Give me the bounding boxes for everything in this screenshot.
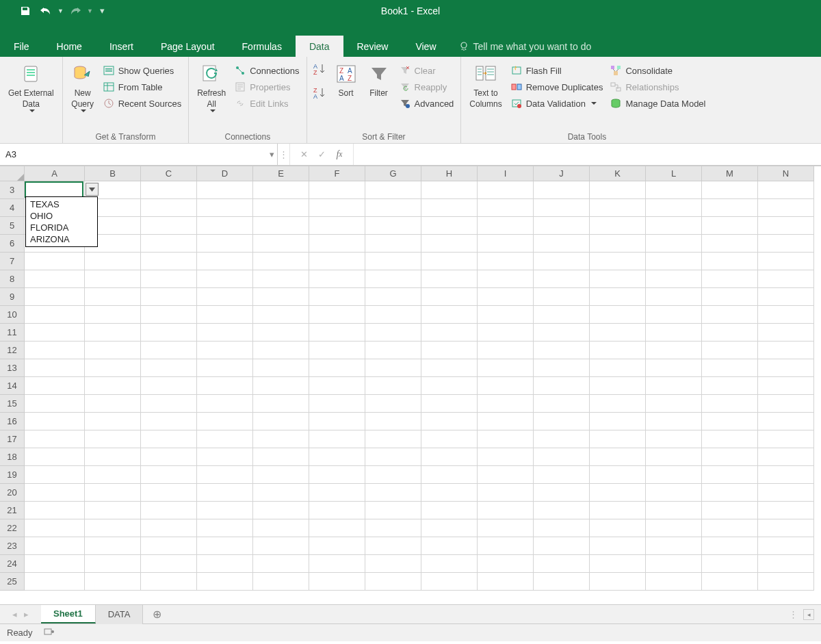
cell[interactable] (758, 395, 814, 413)
cell[interactable] (478, 306, 534, 324)
cell[interactable] (25, 342, 85, 359)
name-box[interactable]: A3 ▾ (0, 144, 278, 165)
from-table-button[interactable]: From Table (100, 79, 185, 95)
row-header[interactable]: 8 (0, 270, 25, 288)
cell[interactable] (758, 555, 814, 573)
cell[interactable] (197, 555, 253, 573)
cell[interactable] (421, 430, 478, 448)
cell[interactable] (590, 306, 646, 324)
cell[interactable] (365, 217, 421, 235)
advanced-button[interactable]: Advanced (396, 95, 457, 112)
cell[interactable] (421, 181, 478, 199)
cell[interactable] (534, 413, 590, 430)
cell[interactable] (365, 324, 421, 342)
cell[interactable] (197, 270, 253, 288)
cell[interactable] (590, 288, 646, 306)
cell[interactable] (309, 555, 365, 573)
cell[interactable] (702, 199, 758, 217)
cell[interactable] (421, 324, 478, 342)
recent-sources-button[interactable]: Recent Sources (100, 95, 185, 112)
column-header[interactable]: L (646, 166, 702, 181)
cell[interactable] (85, 288, 141, 306)
cell[interactable] (421, 555, 478, 573)
cell[interactable] (702, 573, 758, 591)
cell[interactable] (197, 502, 253, 519)
cell[interactable] (478, 484, 534, 502)
tab-formulas[interactable]: Formulas (229, 36, 296, 57)
cell[interactable] (421, 306, 478, 324)
cell[interactable] (590, 502, 646, 519)
cell[interactable] (702, 448, 758, 466)
cell[interactable] (365, 253, 421, 270)
cell[interactable] (197, 288, 253, 306)
cell[interactable] (590, 253, 646, 270)
cell[interactable] (197, 466, 253, 484)
cell[interactable] (309, 288, 365, 306)
cell[interactable] (309, 519, 365, 537)
cell[interactable] (421, 342, 478, 359)
cell[interactable] (478, 448, 534, 466)
row-header[interactable]: 24 (0, 555, 25, 573)
cell[interactable] (365, 573, 421, 591)
cell[interactable] (141, 342, 197, 359)
cell[interactable] (197, 519, 253, 537)
cell[interactable] (478, 253, 534, 270)
dropdown-item[interactable]: FLORIDA (26, 222, 97, 233)
cell[interactable] (197, 217, 253, 235)
tab-data[interactable]: Data (296, 36, 343, 57)
cell[interactable] (478, 430, 534, 448)
cell[interactable] (253, 555, 309, 573)
cell[interactable] (758, 217, 814, 235)
cell[interactable] (646, 395, 702, 413)
cell[interactable] (534, 306, 590, 324)
cell[interactable] (253, 377, 309, 395)
cell[interactable] (25, 430, 85, 448)
column-header[interactable]: B (85, 166, 141, 181)
cell[interactable] (253, 519, 309, 537)
cell[interactable] (646, 217, 702, 235)
cell[interactable] (365, 413, 421, 430)
cell[interactable] (590, 324, 646, 342)
cell[interactable] (365, 448, 421, 466)
cell[interactable] (534, 502, 590, 519)
cell[interactable] (85, 573, 141, 591)
cell[interactable] (309, 181, 365, 199)
data-validation-list[interactable]: TEXASOHIOFLORIDAARIZONA (25, 196, 98, 247)
cell[interactable] (253, 235, 309, 253)
cell[interactable] (590, 377, 646, 395)
cell[interactable] (646, 359, 702, 377)
cell[interactable] (702, 253, 758, 270)
cell[interactable] (253, 324, 309, 342)
cell[interactable] (646, 306, 702, 324)
cell[interactable] (646, 484, 702, 502)
cell[interactable] (478, 377, 534, 395)
cell[interactable] (590, 181, 646, 199)
row-header[interactable]: 16 (0, 413, 25, 430)
cell[interactable] (309, 377, 365, 395)
cell[interactable] (478, 181, 534, 199)
show-queries-button[interactable]: Show Queries (100, 62, 185, 79)
cell[interactable] (646, 181, 702, 199)
cell[interactable] (478, 217, 534, 235)
cell[interactable] (365, 466, 421, 484)
cell[interactable] (590, 413, 646, 430)
cell[interactable] (141, 484, 197, 502)
cell[interactable] (702, 270, 758, 288)
cell[interactable] (646, 288, 702, 306)
cell[interactable] (25, 484, 85, 502)
column-header[interactable]: C (141, 166, 197, 181)
get-external-data-button[interactable]: Get External Data (4, 60, 58, 140)
connections-button[interactable]: Connections (231, 62, 302, 79)
dropdown-item[interactable]: OHIO (26, 210, 97, 222)
cell[interactable] (646, 413, 702, 430)
cell[interactable] (421, 448, 478, 466)
cell[interactable] (421, 253, 478, 270)
cell[interactable] (590, 430, 646, 448)
manage-data-model-button[interactable]: Manage Data Model (607, 95, 708, 112)
cell[interactable] (702, 181, 758, 199)
cell[interactable] (25, 253, 85, 270)
cell[interactable] (702, 342, 758, 359)
cell[interactable] (197, 395, 253, 413)
cell[interactable] (646, 324, 702, 342)
row-header[interactable]: 9 (0, 288, 25, 306)
